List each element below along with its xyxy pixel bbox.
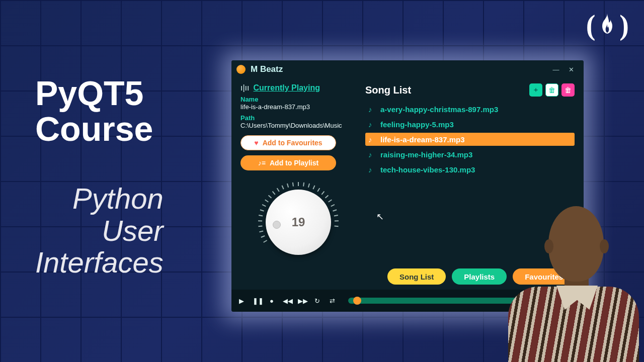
svg-line-25 [334,215,338,216]
song-name: life-is-a-dream-837.mp3 [380,135,465,144]
add-playlist-button[interactable]: ♪≡ Add to Playlist [240,155,336,170]
svg-line-23 [331,204,335,206]
svg-line-7 [262,204,266,206]
svg-line-10 [273,191,275,194]
promo-text: PyQT5 Course Python User Interfaces [35,75,164,279]
delete-song-button[interactable]: 🗑 [545,83,558,97]
add-favourites-button[interactable]: ♥ Add to Favourites [240,135,336,150]
remove-all-button[interactable]: 🗑 [561,83,575,97]
stop-button[interactable]: ● [268,297,276,305]
svg-line-16 [303,182,304,186]
svg-line-21 [326,195,329,198]
svg-line-8 [265,200,269,202]
music-note-icon: ♪ [368,120,376,129]
svg-line-17 [308,184,309,188]
svg-line-20 [321,191,324,194]
song-name: feeling-happy-5.mp3 [380,120,454,129]
name-label: Name [240,96,356,103]
song-item[interactable]: ♪a-very-happy-christmas-897.mp3 [365,103,575,116]
tab-playlists[interactable]: Playlists [452,268,507,285]
trash-icon: 🗑 [548,86,555,94]
svg-line-11 [277,188,279,192]
seek-bar[interactable] [348,298,517,304]
equalizer-icon: ı|ıı [240,83,250,93]
svg-line-0 [264,240,267,242]
trash-icon: 🗑 [565,86,572,94]
playlist-add-icon: ♪≡ [258,159,266,167]
music-note-icon: ♪ [368,135,376,144]
add-song-button[interactable]: ＋ [529,83,542,97]
close-button[interactable]: ✕ [564,66,579,73]
music-note-icon: ♪ [368,150,376,159]
add-fav-label: Add to Favourites [263,139,323,147]
promo-sub-2: User [35,215,164,247]
play-button[interactable]: ▶ [237,297,246,305]
freecodecamp-logo: ( ) [586,9,629,41]
shuffle-button[interactable]: ⇄ [328,297,336,305]
promo-sub-3: Interfaces [35,246,164,279]
app-icon [236,65,246,74]
minimize-button[interactable]: — [548,66,564,73]
currently-playing-heading[interactable]: Currently Playing [254,83,320,93]
music-note-icon: ♪ [368,165,376,174]
app-title: M Beatz [251,64,283,74]
promo-sub-1: Python [35,183,164,215]
now-playing-pane: ı|ıı Currently Playing Name life-is-a-dr… [240,83,356,290]
path-label: Path [240,114,356,122]
promo-title-1: PyQT5 [35,75,164,111]
svg-line-5 [259,215,263,216]
svg-line-19 [317,188,319,192]
svg-line-3 [258,226,262,226]
song-item[interactable]: ♪life-is-a-dream-837.mp3 [365,133,575,146]
heart-icon: ♥ [254,139,258,147]
seek-thumb[interactable] [353,297,361,305]
song-list-heading: Song List [365,84,411,96]
svg-line-1 [261,235,265,237]
promo-title-2: Course [35,111,164,147]
svg-line-13 [287,184,288,188]
song-name: a-very-happy-christmas-897.mp3 [380,105,498,114]
svg-line-18 [313,185,314,189]
fire-icon [597,13,617,37]
titlebar: M Beatz — ✕ [231,60,584,78]
path-value: C:\Users\Tommy\Downloads\Music [240,122,356,130]
svg-line-9 [269,195,272,198]
dial-value: 19 [292,215,305,229]
song-name: raising-me-higher-34.mp3 [380,150,472,159]
music-note-icon: ♪ [368,105,376,114]
name-value: life-is-a-dream-837.mp3 [240,103,356,111]
tab-song-list[interactable]: Song List [387,268,446,285]
presenter-photo [508,191,639,362]
svg-line-6 [260,210,264,211]
svg-line-2 [259,231,263,232]
song-item[interactable]: ♪feeling-happy-5.mp3 [365,118,575,131]
song-name: tech-house-vibes-130.mp3 [380,165,475,174]
dial-indicator-icon [273,221,281,229]
svg-line-27 [335,226,339,226]
volume-dial[interactable]: 19 [256,179,341,265]
song-item[interactable]: ♪tech-house-vibes-130.mp3 [365,163,575,176]
svg-line-12 [282,185,283,189]
rewind-button[interactable]: ◀◀ [283,297,291,305]
svg-line-22 [329,200,332,202]
add-pl-label: Add to Playlist [270,159,318,167]
song-list: ♪a-very-happy-christmas-897.mp3♪feeling-… [365,103,575,176]
forward-button[interactable]: ▶▶ [298,297,306,305]
pause-button[interactable]: ❚❚ [253,297,261,305]
plus-icon: ＋ [532,85,539,95]
repeat-button[interactable]: ↻ [313,297,321,305]
svg-line-14 [293,182,293,186]
svg-line-24 [333,210,337,211]
song-item[interactable]: ♪raising-me-higher-34.mp3 [365,148,575,161]
